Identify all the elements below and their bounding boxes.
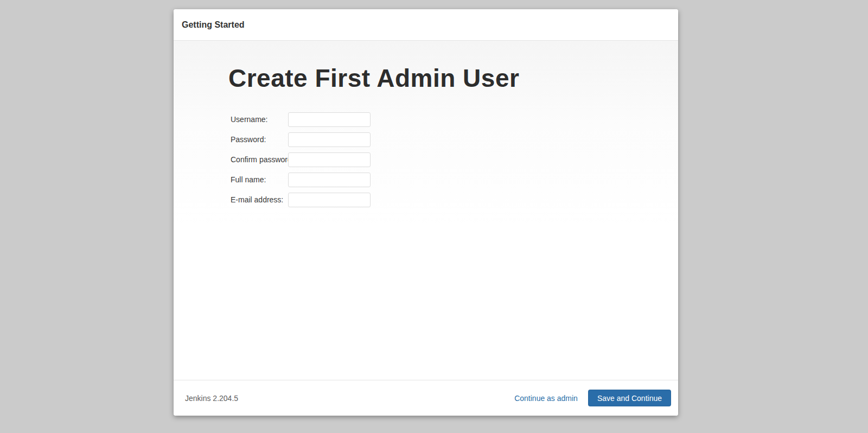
page-title: Create First Admin User	[228, 62, 678, 95]
setup-wizard-dialog: Getting Started Create First Admin User …	[174, 9, 678, 416]
wizard-header-title: Getting Started	[182, 20, 245, 30]
password-field[interactable]	[288, 132, 371, 147]
wizard-header: Getting Started	[174, 9, 678, 41]
form-row-confirm-password: Confirm password:	[231, 152, 678, 167]
fullname-label: Full name:	[231, 175, 286, 184]
fullname-field[interactable]	[288, 173, 371, 187]
form-row-fullname: Full name:	[231, 173, 678, 187]
form-row-username: Username:	[231, 112, 678, 127]
username-field[interactable]	[288, 112, 371, 127]
form-row-password: Password:	[231, 132, 678, 147]
confirm-password-label: Confirm password:	[231, 155, 286, 164]
wizard-body: Create First Admin User Username: Passwo…	[174, 41, 678, 380]
save-and-continue-button[interactable]: Save and Continue	[588, 390, 671, 406]
email-field[interactable]	[288, 193, 371, 207]
email-label: E-mail address:	[231, 195, 286, 204]
footer-actions: Continue as admin Save and Continue	[514, 390, 671, 406]
form-row-email: E-mail address:	[231, 193, 678, 207]
wizard-footer: Jenkins 2.204.5 Continue as admin Save a…	[174, 380, 678, 416]
jenkins-version-text: Jenkins 2.204.5	[185, 394, 238, 403]
username-label: Username:	[231, 115, 286, 124]
password-label: Password:	[231, 135, 286, 144]
continue-as-admin-link[interactable]: Continue as admin	[514, 394, 578, 403]
create-admin-form: Username: Password: Confirm password: Fu…	[231, 112, 678, 207]
confirm-password-field[interactable]	[288, 152, 371, 167]
